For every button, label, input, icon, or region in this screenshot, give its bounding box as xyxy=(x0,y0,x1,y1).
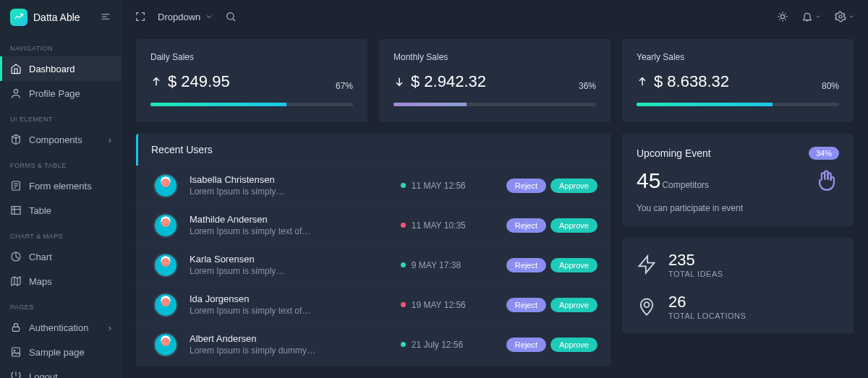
svg-line-27 xyxy=(785,19,786,20)
sidebar-item-authentication[interactable]: Authentication› xyxy=(0,315,122,340)
user-row: Albert AndersenLorem Ipsum is simply dum… xyxy=(136,325,610,364)
topbar-dropdown-label: Dropdown xyxy=(158,12,200,22)
user-subtitle: Lorem Ipsum is simply dummy… xyxy=(190,345,349,356)
approve-button[interactable]: Approve xyxy=(550,179,597,193)
stat-percent: 36% xyxy=(579,81,596,91)
topbar-dropdown[interactable]: Dropdown xyxy=(158,12,213,22)
user-row: Ida JorgensenLorem Ipsum is simply text … xyxy=(136,285,610,325)
user-row: Isabella ChristensenLorem Ipsum is simpl… xyxy=(136,166,610,205)
sidebar-item-sample-page[interactable]: Sample page xyxy=(0,340,122,364)
user-name: Albert Andersen xyxy=(190,333,389,344)
avatar xyxy=(153,293,178,317)
sidebar-item-maps[interactable]: Maps xyxy=(0,269,122,293)
brand-logo-icon xyxy=(10,9,27,26)
lightning-icon xyxy=(637,254,657,275)
svg-line-20 xyxy=(233,19,235,21)
reject-button[interactable]: Reject xyxy=(506,179,546,193)
avatar xyxy=(153,173,178,198)
svg-rect-16 xyxy=(12,348,20,356)
svg-line-26 xyxy=(779,13,780,14)
svg-point-3 xyxy=(14,90,17,93)
stat-label: Daily Sales xyxy=(150,52,353,62)
brand[interactable]: Datta Able xyxy=(0,0,122,35)
user-subtitle: Lorem Ipsum is simply… xyxy=(190,266,349,276)
event-count-label: Competitors xyxy=(662,180,709,190)
avatar xyxy=(153,253,178,278)
event-title: Upcoming Event xyxy=(637,147,711,159)
sidebar-item-form-elements[interactable]: Form elements xyxy=(0,173,122,198)
approve-button[interactable]: Approve xyxy=(550,298,597,312)
brand-name: Datta Able xyxy=(33,12,80,23)
settings-icon[interactable] xyxy=(835,11,855,22)
reject-button[interactable]: Reject xyxy=(506,298,546,312)
user-row: Karla SorensenLorem Ipsum is simply…9 MA… xyxy=(136,245,610,285)
user-name: Mathilde Andersen xyxy=(190,214,389,225)
sidebar-section-title: FORMS & TABLE xyxy=(0,152,122,173)
svg-rect-8 xyxy=(12,207,20,215)
event-note: You can participate in event xyxy=(637,203,839,213)
upcoming-event-card: Upcoming Event 34% 45 Competitors You ca… xyxy=(622,134,854,226)
avatar xyxy=(153,213,178,238)
theme-icon[interactable] xyxy=(777,11,788,22)
stat-progress xyxy=(150,103,353,106)
sidebar-item-profile-page[interactable]: Profile Page xyxy=(0,81,122,106)
status-dot xyxy=(401,302,406,307)
sidebar-item-label: Profile Page xyxy=(29,88,80,99)
svg-point-21 xyxy=(780,14,784,18)
status-dot xyxy=(401,223,406,228)
user-name: Isabella Christensen xyxy=(190,174,389,185)
total-locations: 26 TOTAL LOCATIONS xyxy=(637,293,839,320)
svg-point-17 xyxy=(14,350,14,351)
stat-progress xyxy=(393,103,596,106)
sidebar-item-label: Chart xyxy=(29,252,52,262)
chevron-right-icon: › xyxy=(109,322,111,333)
sidebar-item-logout[interactable]: Logout xyxy=(0,364,122,378)
event-count: 45 xyxy=(637,168,660,193)
stat-daily-sales: Daily Sales$ 249.9567% xyxy=(136,39,367,122)
sidebar-item-label: Authentication xyxy=(29,322,88,333)
status-dot xyxy=(401,183,406,188)
event-percent-badge: 34% xyxy=(809,147,839,160)
total-locations-num: 26 xyxy=(668,293,746,312)
user-subtitle: Lorem Ipsum is simply text of… xyxy=(190,226,349,236)
total-locations-label: TOTAL LOCATIONS xyxy=(668,312,746,320)
sidebar-section-title: PAGES xyxy=(0,293,122,315)
sidebar-item-label: Form elements xyxy=(29,181,92,192)
topbar: Dropdown xyxy=(122,0,868,33)
status-dot xyxy=(401,342,406,347)
search-icon[interactable] xyxy=(225,11,237,22)
sidebar-item-dashboard[interactable]: Dashboard xyxy=(0,56,122,81)
stat-percent: 67% xyxy=(336,81,353,91)
approve-button[interactable]: Approve xyxy=(550,218,597,233)
svg-marker-34 xyxy=(639,256,655,272)
reject-button[interactable]: Reject xyxy=(506,338,546,352)
sidebar-section-title: UI ELEMENT xyxy=(0,106,122,127)
chevron-down-icon xyxy=(205,12,213,21)
sidebar-collapse-icon[interactable] xyxy=(100,11,111,25)
sidebar-item-chart[interactable]: Chart xyxy=(0,244,122,269)
svg-marker-12 xyxy=(12,277,20,285)
approve-button[interactable]: Approve xyxy=(550,258,597,272)
total-ideas-num: 235 xyxy=(668,251,723,270)
total-ideas: 235 TOTAL IDEAS xyxy=(637,251,839,278)
user-name: Ida Jorgensen xyxy=(190,293,389,304)
recent-users-card: Recent Users Isabella ChristensenLorem I… xyxy=(136,134,610,367)
sidebar-item-components[interactable]: Components› xyxy=(0,127,122,152)
status-dot xyxy=(401,262,406,267)
stat-monthly-sales: Monthly Sales$ 2.942.3236% xyxy=(379,39,610,122)
user-name: Karla Sorensen xyxy=(190,254,389,265)
user-time: 11 MAY 10:35 xyxy=(401,220,495,231)
stat-yearly-sales: Yearly Sales$ 8.638.3280% xyxy=(622,39,854,122)
reject-button[interactable]: Reject xyxy=(506,218,546,233)
notifications-icon[interactable] xyxy=(801,11,822,22)
user-time: 21 July 12:56 xyxy=(401,340,495,350)
sidebar-item-table[interactable]: Table xyxy=(0,198,122,223)
svg-point-35 xyxy=(644,302,650,307)
stat-progress xyxy=(637,103,839,106)
sidebar-section-title: NAVIGATION xyxy=(0,35,122,56)
approve-button[interactable]: Approve xyxy=(550,338,597,352)
reject-button[interactable]: Reject xyxy=(506,258,546,272)
totals-card: 235 TOTAL IDEAS 26 TOTAL LOCATIONS xyxy=(622,238,854,333)
stat-value: $ 8.638.32 xyxy=(637,72,729,91)
fullscreen-icon[interactable] xyxy=(135,11,146,22)
